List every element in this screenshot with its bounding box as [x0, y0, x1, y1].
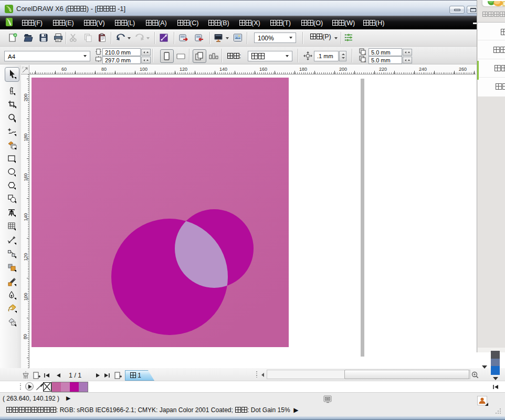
svg-text:x: x	[364, 52, 366, 55]
svg-text:y: y	[364, 60, 366, 62]
